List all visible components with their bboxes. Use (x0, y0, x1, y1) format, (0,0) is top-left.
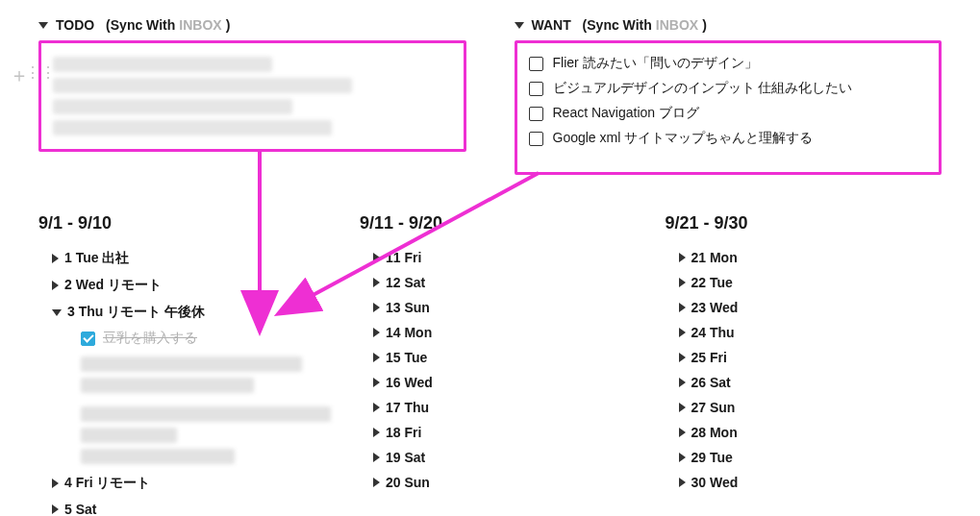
redacted-line (53, 78, 352, 93)
day-label: 2 Wed リモート (64, 277, 162, 294)
day-label: 19 Sat (386, 450, 425, 465)
checkbox-icon[interactable] (529, 57, 543, 71)
day-label: 12 Sat (386, 275, 425, 290)
chevron-right-icon[interactable] (679, 353, 686, 362)
chevron-right-icon[interactable] (679, 478, 686, 487)
chevron-right-icon[interactable] (373, 378, 380, 387)
day-toggle[interactable]: 17 Thu (373, 395, 637, 420)
day-label: 15 Tue (386, 350, 427, 365)
want-item[interactable]: React Navigation ブログ (529, 101, 928, 126)
chevron-right-icon[interactable] (52, 281, 59, 290)
sync-label-open: (Sync With (106, 17, 175, 33)
day-toggle[interactable]: 25 Fri (679, 345, 942, 370)
day-toggle[interactable]: 13 Sun (373, 295, 637, 320)
want-item-text: ビジュアルデザインのインプット 仕組み化したい (553, 80, 853, 97)
drag-handle-icon[interactable]: ⋮⋮ (25, 65, 56, 81)
day-toggle[interactable]: 5 Sat (52, 497, 331, 516)
day-toggle[interactable]: 4 Fri リモート (52, 470, 331, 497)
day-toggle[interactable]: 26 Sat (679, 370, 942, 395)
day-toggle[interactable]: 24 Thu (679, 320, 942, 345)
checkbox-checked-icon[interactable] (81, 332, 95, 346)
redacted-block (81, 356, 331, 464)
sync-label-open: (Sync With (583, 17, 652, 33)
chevron-right-icon[interactable] (679, 303, 686, 312)
chevron-right-icon[interactable] (679, 453, 686, 462)
chevron-right-icon[interactable] (373, 253, 380, 262)
day-toggle[interactable]: 30 Wed (679, 470, 942, 495)
chevron-right-icon[interactable] (679, 253, 686, 262)
chevron-down-icon[interactable] (38, 22, 48, 29)
chevron-right-icon[interactable] (679, 378, 686, 387)
day-label: 5 Sat (64, 502, 96, 516)
want-item[interactable]: ビジュアルデザインのインプット 仕組み化したい (529, 76, 928, 101)
day-toggle[interactable]: 27 Sun (679, 395, 942, 420)
checkbox-icon[interactable] (529, 82, 543, 96)
inbox-tag: INBOX (179, 17, 221, 33)
chevron-right-icon[interactable] (52, 479, 59, 488)
range-title: 9/11 - 9/20 (360, 213, 637, 233)
day-toggle[interactable]: 15 Tue (373, 345, 637, 370)
chevron-right-icon[interactable] (52, 504, 59, 514)
chevron-right-icon[interactable] (679, 278, 686, 287)
inbox-tag: INBOX (656, 17, 698, 33)
day-toggle[interactable]: 28 Mon (679, 420, 942, 445)
chevron-right-icon[interactable] (373, 403, 380, 412)
todo-header[interactable]: TODO (Sync With INBOX) (38, 17, 466, 33)
want-section: WANT (Sync With INBOX) Flier 読みたい「問いのデザイ… (515, 17, 942, 175)
chevron-right-icon[interactable] (373, 303, 380, 312)
day-toggle[interactable]: 14 Mon (373, 320, 637, 345)
want-item[interactable]: Google xml サイトマップちゃんと理解する (529, 126, 928, 151)
day-label: 30 Wed (691, 475, 739, 490)
day-toggle[interactable]: 22 Tue (679, 270, 942, 295)
chevron-right-icon[interactable] (373, 453, 380, 462)
want-header[interactable]: WANT (Sync With INBOX) (515, 17, 942, 33)
day-label: 28 Mon (691, 425, 738, 440)
redacted-line (53, 99, 292, 114)
chevron-right-icon[interactable] (373, 353, 380, 362)
chevron-down-icon[interactable] (515, 22, 524, 29)
chevron-right-icon[interactable] (679, 328, 686, 337)
day-toggle[interactable]: 29 Tue (679, 445, 942, 470)
chevron-right-icon[interactable] (373, 478, 380, 487)
day-label: 24 Thu (691, 325, 735, 340)
chevron-right-icon[interactable] (52, 254, 59, 263)
chevron-right-icon[interactable] (679, 403, 686, 412)
want-item-text: Flier 読みたい「問いのデザイン」 (553, 55, 758, 72)
calendar-columns: 9/1 - 9/10 1 Tue 出社 2 Wed リモート 3 Thu リモー… (38, 213, 942, 516)
day-toggle[interactable]: 21 Mon (679, 245, 942, 270)
todo-highlight-box (38, 40, 466, 152)
chevron-right-icon[interactable] (373, 328, 380, 337)
want-title: WANT (532, 17, 571, 33)
day-toggle[interactable]: 20 Sun (373, 470, 637, 495)
day-toggle[interactable]: 16 Wed (373, 370, 637, 395)
day-label: 3 Thu リモート 午後休 (67, 304, 205, 321)
want-item[interactable]: Flier 読みたい「問いのデザイン」 (529, 51, 928, 76)
chevron-down-icon[interactable] (52, 309, 62, 316)
day-toggle[interactable]: 12 Sat (373, 270, 637, 295)
sync-label-close: ) (226, 17, 231, 33)
chevron-right-icon[interactable] (679, 428, 686, 437)
day-toggle[interactable]: 18 Fri (373, 420, 637, 445)
day-toggle[interactable]: 11 Fri (373, 245, 637, 270)
sync-label-close: ) (702, 17, 707, 33)
day-label: 21 Mon (691, 250, 738, 265)
day-label: 11 Fri (386, 250, 421, 265)
range-column: 9/11 - 9/20 11 Fri12 Sat13 Sun14 Mon15 T… (360, 213, 637, 516)
day-label: 25 Fri (691, 350, 727, 365)
chevron-right-icon[interactable] (373, 278, 380, 287)
day-toggle[interactable]: 2 Wed リモート (52, 272, 331, 299)
day-subtask[interactable]: 豆乳を購入する (81, 326, 331, 351)
day-label: 26 Sat (691, 375, 731, 390)
checkbox-icon[interactable] (529, 132, 543, 146)
chevron-right-icon[interactable] (373, 428, 380, 437)
day-toggle[interactable]: 1 Tue 出社 (52, 245, 331, 272)
range-title: 9/1 - 9/10 (38, 213, 331, 233)
day-toggle[interactable]: 19 Sat (373, 445, 637, 470)
day-toggle[interactable]: 3 Thu リモート 午後休 (52, 299, 331, 326)
day-label: 17 Thu (386, 400, 429, 415)
todo-section: ＋ ⋮⋮ TODO (Sync With INBOX) (38, 17, 466, 175)
range-column: 9/21 - 9/30 21 Mon22 Tue23 Wed24 Thu25 F… (666, 213, 942, 516)
day-toggle[interactable]: 23 Wed (679, 295, 942, 320)
want-highlight-box: Flier 読みたい「問いのデザイン」 ビジュアルデザインのインプット 仕組み化… (515, 40, 942, 175)
checkbox-icon[interactable] (529, 107, 543, 121)
